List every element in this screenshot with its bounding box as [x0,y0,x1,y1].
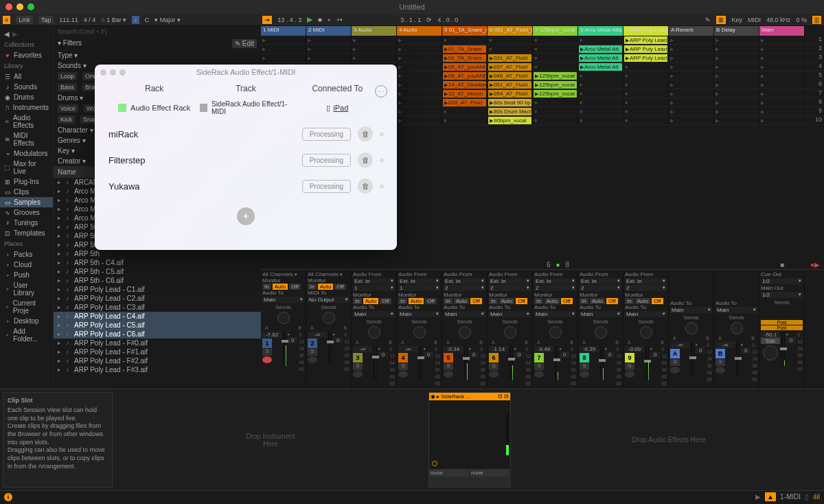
track-header[interactable]: 6 031_AT_Fluid_R [488,26,533,36]
clip-slot[interactable]: ■ [578,89,623,98]
volume-fader[interactable] [510,346,511,380]
nav-sounds[interactable]: ♪Sounds [0,82,53,92]
clip-slot[interactable]: ▶ [669,54,714,62]
siderack-device[interactable]: ◉ ▸ SideRack ... ⊡ ⊟ nonenone [428,392,511,488]
volume-value[interactable]: -∞ [398,346,417,352]
solo-button[interactable]: S [716,359,725,366]
clip-slot[interactable]: ▶ [759,54,805,62]
nav-plug-ins[interactable]: ⊞Plug-Ins [0,176,53,187]
clip-slot[interactable]: ▶051_AT_Fluid [488,80,533,89]
clip-slot[interactable]: ■ [578,36,623,44]
track-header[interactable]: 9 ARP Poly Lead - [623,26,669,36]
volume-fader[interactable] [736,342,737,376]
clip-slot[interactable]: ▶ [397,98,442,106]
arm-button[interactable] [580,371,589,378]
solo-button[interactable]: S [625,363,634,370]
place-packs[interactable]: ▫Packs [0,249,53,260]
clip-slot[interactable]: ▶ [759,45,805,53]
solo-button[interactable]: S [489,363,499,370]
clip-slot[interactable]: ■ [442,36,488,44]
minimize-window[interactable] [16,3,23,10]
clip-slot[interactable]: ▶ [669,80,714,89]
arm-button[interactable] [308,356,317,363]
track-header[interactable]: 3 Audio [352,26,397,36]
delete-plugin-icon[interactable]: 🗑 [358,126,373,141]
clip-slot[interactable]: ▶ [669,116,714,124]
processing-button[interactable]: Processing [302,128,351,141]
clip-slot[interactable]: ■ [488,36,533,44]
clip-slot[interactable]: ▶80s Drum Mach [488,107,533,115]
nav-templates[interactable]: ⊡Templates [0,228,53,238]
volume-fader[interactable] [645,346,647,380]
send-knob[interactable] [323,312,335,324]
info-icon[interactable]: i [4,493,12,501]
volume-fader[interactable] [781,332,783,366]
solo-button[interactable]: S [308,349,317,356]
track-activator[interactable]: 9 [625,353,634,363]
clip-slot[interactable]: ■ [623,116,669,124]
file-item[interactable]: ▸♪ARP 5th - C4.aif [54,258,261,267]
send-knob[interactable] [595,326,607,339]
clip-slot[interactable]: ■ [623,62,669,71]
nav-instruments[interactable]: ⎍Instruments [0,102,53,113]
clip-slot[interactable]: ▶01_TA_Snare [442,54,488,62]
close-window[interactable] [5,3,12,10]
volume-value[interactable]: -∞ [670,342,689,348]
clip-slot[interactable]: ▶031_AT_Fluid [488,54,533,62]
scale-button[interactable]: ♪ [132,16,139,24]
clip-slot[interactable]: ▶ [714,71,759,80]
record-scene-icon[interactable]: ●▶ [810,261,820,268]
play-button[interactable]: ▶ [307,15,312,24]
clip-slot[interactable]: ▶ [261,45,306,53]
clip-slot[interactable]: ▶ [759,36,805,44]
clip-slot[interactable]: ▶046_AT_Fluid [488,71,533,80]
clip-slot[interactable]: ▶ [759,116,805,124]
clip-slot[interactable]: ■ [533,107,578,115]
file-item[interactable]: ▸♪ARP Poly Lead - C1.aif [54,285,261,294]
solo-button[interactable]: S [262,349,272,356]
solo-button[interactable]: S [398,363,408,370]
place-desktop[interactable]: ▫Desktop [0,316,53,326]
track-header[interactable]: 1 MIDI [261,26,306,36]
clip-slot[interactable]: ▶ [397,71,442,80]
stop-all-icon[interactable]: ■ [780,261,784,268]
solo-button[interactable]: S [353,363,363,370]
volume-fader[interactable] [419,346,420,380]
tap-button[interactable]: Tap [38,16,54,24]
delete-plugin-icon[interactable]: 🗑 [358,152,373,168]
solo-button[interactable]: S [670,359,680,366]
clip-slot[interactable]: ▶05_AT_youAND [442,62,488,71]
place-user-library[interactable]: ▫User Library [0,280,53,298]
solo-button[interactable]: S [534,363,544,370]
clip-slot[interactable]: ▶ [397,89,442,98]
track-activator[interactable]: 2 [308,339,317,348]
play-icon[interactable]: ▶ [755,493,761,501]
volume-fader[interactable] [328,332,330,366]
nav-max-for-live[interactable]: ⬚Max for Live [0,159,53,176]
clip-slot[interactable]: ▶Arco Metal Att [578,62,623,71]
nav-midi-effects[interactable]: ≋MIDI Effects [0,130,53,148]
nav-samples[interactable]: ▭Samples [0,197,53,207]
drop-audio-fx[interactable]: Drop Audio Effects Here [514,389,824,490]
track-header[interactable]: 2 MIDI [306,26,352,36]
draw-icon[interactable]: ⊞ [716,16,726,24]
clip-slot[interactable]: ▶ [397,62,442,71]
place-add-folder---[interactable]: ▫Add Folder... [0,326,53,344]
clip-slot[interactable]: ■ [533,36,578,44]
nav-audio-effects[interactable]: ≈Audio Effects [0,113,53,130]
pan-value[interactable]: 0 [333,337,343,343]
volume-value[interactable]: -0.09 [625,346,644,352]
clip-slot[interactable]: ■ [488,45,533,53]
device-power-icon[interactable]: ◉ [431,393,435,400]
track-activator[interactable]: 4 [398,353,408,363]
clip-slot[interactable]: ▶028_AT_Fluid [442,98,488,106]
file-item[interactable]: ▸♪ARP 5th - C5.aif [54,267,261,276]
clip-slot[interactable]: ▶ [714,62,759,71]
clip-slot[interactable]: ▶ [714,98,759,106]
track-activator[interactable]: 6 [489,353,499,363]
volume-fader[interactable] [464,346,466,380]
pan-value[interactable]: 0 [786,337,796,343]
delete-plugin-icon[interactable]: 🗑 [358,179,373,194]
clip-slot[interactable]: ▶ [714,36,759,44]
send-knob[interactable] [277,312,290,324]
